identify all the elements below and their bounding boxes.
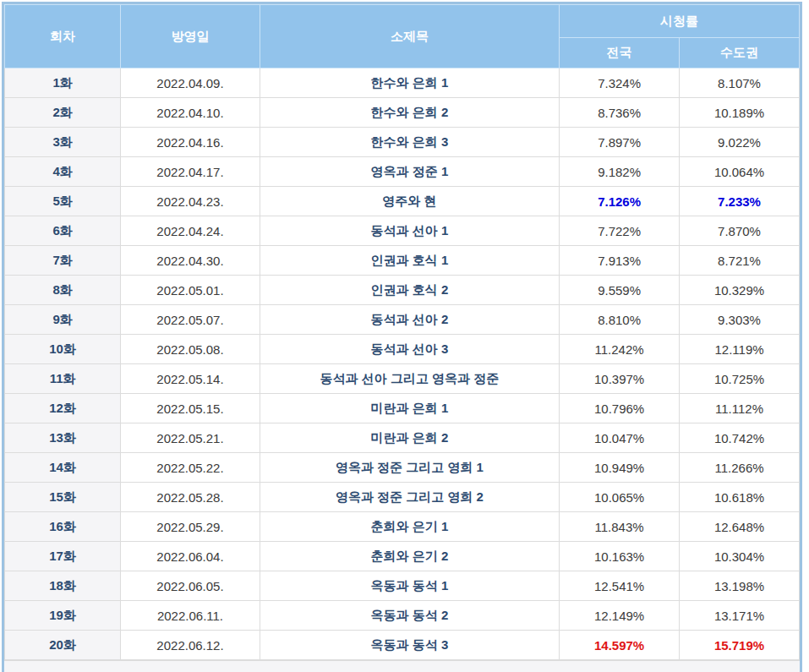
rating-nationwide-cell: 11.843% [560,512,680,542]
table-row: 3화 2022.04.16. 한수와 은희 3 7.897% 9.022% [5,128,800,157]
col-header-subtitle: 소제목 [260,5,559,68]
episode-cell: 11화 [5,364,121,394]
rating-capital-cell: 10.725% [680,364,800,394]
rating-capital-cell: 7.233% [680,187,800,216]
rating-nationwide-cell: 10.163% [560,542,680,571]
table-row: 5화 2022.04.23. 영주와 현 7.126% 7.233% [5,187,800,216]
rating-capital-cell: 10.618% [680,483,800,512]
table-row: 11화 2022.05.14. 동석과 선아 그리고 영옥과 정준 10.397… [5,364,800,394]
rating-nationwide-cell: 14.597% [560,631,680,660]
table-row: 19화 2022.06.11. 옥동과 동석 2 12.149% 13.171% [5,601,800,631]
air-date-cell: 2022.05.29. [121,512,260,542]
air-date-cell: 2022.05.22. [121,453,260,483]
air-date-cell: 2022.06.12. [121,631,260,660]
subtitle-cell: 동석과 선아 3 [260,335,559,364]
air-date-cell: 2022.04.23. [121,187,260,216]
air-date-cell: 2022.05.08. [121,335,260,364]
rating-nationwide-cell: 10.397% [560,364,680,394]
page: 회차 방영일 소제목 시청률 전국 수도권 1화 2022.04.09. 한수와… [0,0,809,672]
rating-nationwide-cell: 12.149% [560,601,680,631]
ratings-table: 회차 방영일 소제목 시청률 전국 수도권 1화 2022.04.09. 한수와… [4,4,800,660]
subtitle-cell: 춘희와 은기 1 [260,512,559,542]
rating-nationwide-cell: 8.736% [560,98,680,128]
table-row: 10화 2022.05.08. 동석과 선아 3 11.242% 12.119% [5,335,800,364]
table-row: 16화 2022.05.29. 춘희와 은기 1 11.843% 12.648% [5,512,800,542]
episode-cell: 7화 [5,246,121,276]
rating-capital-cell: 12.119% [680,335,800,364]
rating-capital-cell: 15.719% [680,631,800,660]
rating-nationwide-cell: 9.559% [560,276,680,305]
rating-capital-cell: 8.721% [680,246,800,276]
subtitle-cell: 영옥과 정준 1 [260,157,559,187]
table-row: 4화 2022.04.17. 영옥과 정준 1 9.182% 10.064% [5,157,800,187]
rating-nationwide-cell: 10.065% [560,483,680,512]
rating-capital-cell: 9.022% [680,128,800,157]
col-header-air-date: 방영일 [121,5,260,68]
rating-capital-cell: 8.107% [680,68,800,98]
rating-capital-cell: 7.870% [680,216,800,246]
air-date-cell: 2022.06.04. [121,542,260,571]
table-row: 20화 2022.06.12. 옥동과 동석 3 14.597% 15.719% [5,631,800,660]
episode-cell: 20화 [5,631,121,660]
air-date-cell: 2022.04.16. [121,128,260,157]
air-date-cell: 2022.06.11. [121,601,260,631]
subtitle-cell: 영옥과 정준 그리고 영희 2 [260,483,559,512]
episode-cell: 2화 [5,98,121,128]
subtitle-cell: 옥동과 동석 1 [260,571,559,601]
subtitle-cell: 인권과 호식 2 [260,276,559,305]
rating-nationwide-cell: 10.047% [560,423,680,453]
ratings-table-container: 회차 방영일 소제목 시청률 전국 수도권 1화 2022.04.09. 한수와… [2,2,802,672]
rating-nationwide-cell: 7.324% [560,68,680,98]
episode-cell: 9화 [5,305,121,335]
ratings-table-body: 1화 2022.04.09. 한수와 은희 1 7.324% 8.107% 2화… [5,68,800,660]
subtitle-cell: 한수와 은희 2 [260,98,559,128]
rating-capital-cell: 10.742% [680,423,800,453]
rating-nationwide-cell: 7.722% [560,216,680,246]
episode-cell: 14화 [5,453,121,483]
episode-cell: 13화 [5,423,121,453]
air-date-cell: 2022.04.09. [121,68,260,98]
table-row: 13화 2022.05.21. 미란과 은희 2 10.047% 10.742% [5,423,800,453]
rating-capital-cell: 13.198% [680,571,800,601]
air-date-cell: 2022.05.14. [121,364,260,394]
episode-cell: 17화 [5,542,121,571]
subtitle-cell: 춘희와 은기 2 [260,542,559,571]
rating-nationwide-cell: 10.949% [560,453,680,483]
episode-cell: 12화 [5,394,121,423]
subtitle-cell: 동석과 선아 2 [260,305,559,335]
rating-nationwide-cell: 11.242% [560,335,680,364]
episode-cell: 10화 [5,335,121,364]
table-row: 2화 2022.04.10. 한수와 은희 2 8.736% 10.189% [5,98,800,128]
rating-capital-cell: 10.064% [680,157,800,187]
episode-cell: 15화 [5,483,121,512]
rating-capital-cell: 12.648% [680,512,800,542]
rating-nationwide-cell: 10.796% [560,394,680,423]
table-row: 15화 2022.05.28. 영옥과 정준 그리고 영희 2 10.065% … [5,483,800,512]
table-row: 14화 2022.05.22. 영옥과 정준 그리고 영희 1 10.949% … [5,453,800,483]
subtitle-cell: 옥동과 동석 3 [260,631,559,660]
subtitle-cell: 한수와 은희 1 [260,68,559,98]
subtitle-cell: 미란과 은희 2 [260,423,559,453]
table-row: 8화 2022.05.01. 인권과 호식 2 9.559% 10.329% [5,276,800,305]
col-header-ratings-group: 시청률 [560,5,800,38]
table-row: 18화 2022.06.05. 옥동과 동석 1 12.541% 13.198% [5,571,800,601]
rating-capital-cell: 10.304% [680,542,800,571]
col-header-episode: 회차 [5,5,121,68]
footnotes: ※ 닐슨코리아 시청률 기준 ※ [범례] 최저 시청률 · 최고 시청률 [4,660,800,672]
air-date-cell: 2022.05.15. [121,394,260,423]
table-row: 17화 2022.06.04. 춘희와 은기 2 10.163% 10.304% [5,542,800,571]
air-date-cell: 2022.04.24. [121,216,260,246]
air-date-cell: 2022.05.28. [121,483,260,512]
air-date-cell: 2022.04.30. [121,246,260,276]
table-row: 12화 2022.05.15. 미란과 은희 1 10.796% 11.112% [5,394,800,423]
subtitle-cell: 동석과 선아 1 [260,216,559,246]
col-header-nationwide: 전국 [560,38,680,68]
episode-cell: 4화 [5,157,121,187]
table-row: 1화 2022.04.09. 한수와 은희 1 7.324% 8.107% [5,68,800,98]
episode-cell: 3화 [5,128,121,157]
air-date-cell: 2022.05.07. [121,305,260,335]
episode-cell: 19화 [5,601,121,631]
subtitle-cell: 영옥과 정준 그리고 영희 1 [260,453,559,483]
rating-capital-cell: 10.329% [680,276,800,305]
air-date-cell: 2022.04.17. [121,157,260,187]
